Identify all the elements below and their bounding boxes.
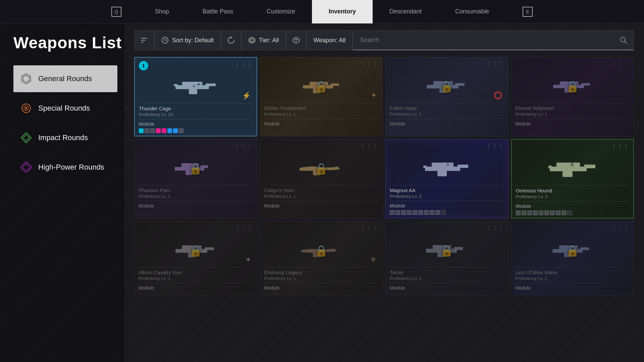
svg-marker-14 — [250, 39, 254, 42]
sidebar-item-highpower[interactable]: High-Power Rounds — [13, 154, 117, 181]
weapon-card-phantom-pain[interactable]: ⋮⋮⋮ 🔒 P — [134, 139, 257, 219]
albion-cavalry-badge — [139, 225, 148, 234]
svg-point-18 — [621, 37, 625, 42]
caligos-horn-proficiency: Proficiency Lv. 1 — [264, 194, 379, 199]
phantom-pain-proficiency: Proficiency Lv. 1 — [139, 194, 253, 199]
phantom-pain-badge — [139, 143, 148, 152]
albion-cavalry-lock: 🔒 — [189, 244, 202, 257]
sort-label: Sort by: Default — [172, 37, 214, 44]
magnus-aa-menu[interactable]: ⋮⋮⋮ — [486, 143, 504, 149]
svg-rect-52 — [584, 165, 595, 168]
tamer-menu[interactable]: ⋮⋮⋮ — [486, 225, 504, 231]
svg-rect-54 — [548, 166, 552, 168]
ominous-hound-menu[interactable]: ⋮⋮⋮ — [611, 143, 629, 149]
svg-rect-22 — [206, 83, 216, 86]
tier-label: Tier: All — [259, 37, 279, 44]
divine-punishment-lock: 🔒 — [315, 80, 328, 93]
sidebar-item-impact[interactable]: Impact Rounds — [13, 124, 117, 151]
thunder-cage-menu[interactable]: ⋮⋮⋮ — [234, 61, 253, 67]
nav-bar: Q Shop Battle Pass Customize Inventory D… — [0, 0, 644, 23]
lion-image: 🔒 — [516, 236, 630, 266]
search-container — [353, 30, 634, 50]
nav-item-inventory[interactable]: Inventory — [312, 0, 373, 23]
nav-item-e[interactable]: E — [506, 0, 549, 23]
highpower-rounds-icon — [20, 161, 32, 173]
search-input[interactable] — [353, 37, 613, 44]
enduring-legacy-module: Module — [264, 285, 379, 291]
albion-cavalry-name: Albion Cavalry Gun — [139, 269, 253, 275]
divine-punishment-module: Module — [264, 121, 379, 126]
tamer-image: 🔒 — [390, 236, 504, 266]
nav-item-q[interactable]: Q — [95, 0, 138, 23]
tamer-badge — [390, 225, 399, 234]
nav-descendant-label: Descendant — [389, 8, 422, 15]
weapon-filter-icon[interactable] — [286, 30, 306, 50]
phantom-pain-menu[interactable]: ⋮⋮⋮ — [235, 143, 253, 149]
sort-by-button[interactable]: Sort by: Default — [154, 30, 221, 50]
weapon-card-albion-cavalry-gun[interactable]: ⋮⋮⋮ 🔒 ✦ — [134, 221, 257, 295]
sort-icon-button[interactable] — [134, 30, 154, 50]
svg-line-19 — [625, 41, 627, 44]
nav-items: Q Shop Battle Pass Customize Inventory D… — [95, 0, 549, 23]
enduring-legacy-badge — [264, 225, 274, 234]
weapon-card-caligos-horn[interactable]: ⋮⋮⋮ 🔒 Caligo's Horn Proficien — [260, 139, 383, 219]
divine-punishment-proficiency: Proficiency Lv. 1 — [264, 112, 379, 117]
svg-rect-26 — [197, 83, 200, 85]
nav-item-consumable[interactable]: Consumable — [438, 0, 506, 23]
svg-marker-1 — [23, 75, 29, 82]
svg-point-4 — [25, 107, 27, 109]
nav-item-descendant[interactable]: Descendant — [373, 0, 438, 23]
enduring-legacy-menu[interactable]: ⋮⋮⋮ — [360, 225, 378, 231]
nav-shop-label: Shop — [155, 8, 169, 15]
eternal-willpower-lock: 🔒 — [566, 80, 579, 93]
nav-item-battle-pass[interactable]: Battle Pass — [186, 0, 250, 23]
albion-cavalry-proficiency: Proficiency Lv. 1 — [139, 276, 253, 281]
phantom-pain-name: Phantom Pain — [139, 187, 253, 193]
special-rounds-label: Special Rounds — [38, 104, 90, 113]
tier-button[interactable]: Tier: All — [241, 30, 286, 50]
phantom-pain-image: 🔒 — [139, 154, 253, 184]
fallen-hope-menu[interactable]: ⋮⋮⋮ — [486, 61, 504, 67]
magnus-aa-module: Module — [390, 203, 504, 208]
thunder-cage-badge: 1 — [139, 61, 148, 70]
sidebar-item-general[interactable]: General Rounds — [13, 65, 117, 92]
eternal-willpower-menu[interactable]: ⋮⋮⋮ — [611, 61, 630, 67]
weapon-card-fallen-hope[interactable]: ⋮⋮⋮ 🔒 ⭕ — [385, 57, 508, 136]
weapon-card-divine-punishment[interactable]: ⋮⋮⋮ 🔒 ✦ — [260, 57, 383, 136]
phantom-pain-module: Module — [139, 203, 253, 208]
magnus-aa-proficiency: Proficiency Lv. 2 — [390, 194, 504, 199]
ominous-hound-module: Module — [516, 203, 630, 209]
weapon-card-lion-of-blue-mane[interactable]: ⋮⋮⋮ 🔒 L — [511, 221, 634, 295]
svg-rect-49 — [447, 163, 449, 166]
svg-rect-24 — [174, 84, 178, 86]
svg-rect-33 — [455, 83, 465, 86]
nav-item-shop[interactable]: Shop — [138, 0, 186, 23]
filter-bar: Sort by: Default Tier: All — [134, 30, 634, 50]
weapon-card-enduring-legacy[interactable]: ⋮⋮⋮ 🔒 ⚜ Enduring Legacy — [260, 221, 383, 295]
weapon-button[interactable]: Weapon: All — [306, 30, 353, 50]
tier-reset-icon[interactable] — [221, 30, 241, 50]
nav-item-customize[interactable]: Customize — [250, 0, 312, 23]
weapon-card-ominous-hound[interactable]: ⋮⋮⋮ — [511, 139, 634, 219]
nav-inventory-label: Inventory — [329, 8, 356, 15]
divine-punishment-menu[interactable]: ⋮⋮⋮ — [360, 61, 378, 67]
weapon-card-thunder-cage[interactable]: 1 ⋮⋮⋮ — [134, 57, 257, 136]
special-rounds-icon — [20, 102, 32, 114]
sidebar-item-special[interactable]: Special Rounds — [13, 95, 117, 122]
svg-marker-13 — [249, 37, 255, 43]
eternal-willpower-name: Eternal Willpower — [516, 105, 630, 111]
weapon-card-magnus-aa[interactable]: ⋮⋮⋮ — [385, 139, 508, 219]
weapon-card-tamer[interactable]: ⋮⋮⋮ 🔒 T — [385, 221, 508, 295]
eternal-willpower-badge — [516, 61, 525, 70]
svg-rect-67 — [580, 247, 589, 250]
lion-menu[interactable]: ⋮⋮⋮ — [611, 225, 630, 231]
svg-rect-47 — [437, 171, 447, 176]
magnus-aa-badge — [390, 143, 399, 152]
caligos-horn-menu[interactable]: ⋮⋮⋮ — [360, 143, 378, 149]
lion-badge — [516, 225, 525, 234]
tamer-proficiency: Proficiency Lv. 1 — [390, 276, 504, 281]
weapon-card-eternal-willpower[interactable]: ⋮⋮⋮ 🔒 E — [511, 57, 634, 136]
caligos-horn-name: Caligo's Horn — [264, 187, 379, 193]
albion-cavalry-menu[interactable]: ⋮⋮⋮ — [235, 225, 253, 231]
search-icon-button[interactable] — [613, 30, 634, 50]
